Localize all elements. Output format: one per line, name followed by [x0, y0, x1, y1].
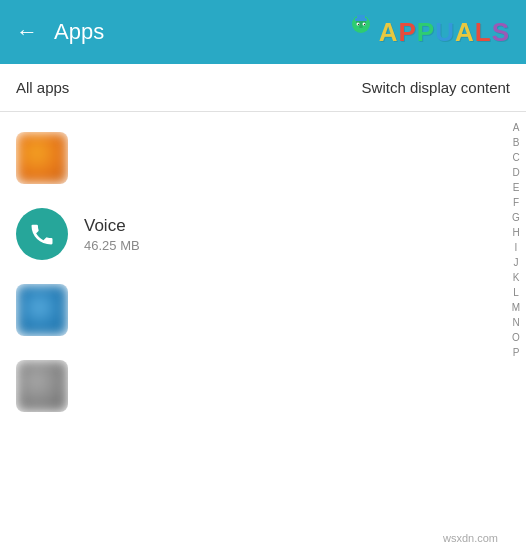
- list-item[interactable]: [0, 120, 506, 196]
- blurred-icon-gray: [16, 360, 68, 412]
- svg-point-6: [358, 24, 359, 25]
- alpha-letter-g[interactable]: G: [506, 210, 526, 225]
- alpha-letter-d[interactable]: D: [506, 165, 526, 180]
- alpha-letter-h[interactable]: H: [506, 225, 526, 240]
- voice-app-size: 46.25 MB: [84, 238, 490, 253]
- alpha-letter-e[interactable]: E: [506, 180, 526, 195]
- switch-display-button[interactable]: Switch display content: [362, 79, 510, 96]
- voice-app-name: Voice: [84, 216, 490, 236]
- blurred-icon-orange: [16, 132, 68, 184]
- alpha-letter-p[interactable]: P: [506, 345, 526, 360]
- alpha-letter-m[interactable]: M: [506, 300, 526, 315]
- blurred-icon-blue: [16, 284, 68, 336]
- app-header: ← Apps APPUALS: [0, 0, 526, 64]
- alpha-letter-o[interactable]: O: [506, 330, 526, 345]
- all-apps-label[interactable]: All apps: [16, 79, 362, 96]
- svg-point-7: [364, 24, 365, 25]
- voice-icon: [16, 208, 68, 260]
- alpha-letter-i[interactable]: I: [506, 240, 526, 255]
- watermark: wsxdn.com: [443, 532, 498, 544]
- app-list: Voice 46.25 MB: [0, 112, 506, 550]
- alpha-letter-f[interactable]: F: [506, 195, 526, 210]
- back-button[interactable]: ←: [16, 19, 38, 45]
- list-item[interactable]: [0, 348, 506, 424]
- app-icon-blurred-2: [16, 284, 68, 336]
- alpha-letter-l[interactable]: L: [506, 285, 526, 300]
- alpha-letter-a[interactable]: A: [506, 120, 526, 135]
- svg-point-4: [356, 23, 359, 26]
- alpha-letter-n[interactable]: N: [506, 315, 526, 330]
- app-icon-blurred-1: [16, 132, 68, 184]
- alpha-letter-k[interactable]: K: [506, 270, 526, 285]
- logo-text: APPUALS: [379, 17, 510, 48]
- logo-icon: [345, 14, 377, 46]
- alphabet-index: ABCDEFGHIJKLMNOP: [506, 112, 526, 550]
- voice-app-icon: [16, 208, 68, 260]
- main-content: Voice 46.25 MB ABCDEFGHIJKLMNOP wsxdn.co…: [0, 112, 526, 550]
- sub-header-bar: All apps Switch display content: [0, 64, 526, 112]
- site-logo: APPUALS: [345, 16, 510, 48]
- alpha-letter-j[interactable]: J: [506, 255, 526, 270]
- svg-rect-3: [357, 15, 365, 19]
- list-item[interactable]: [0, 272, 506, 348]
- svg-point-5: [362, 23, 365, 26]
- alpha-letter-b[interactable]: B: [506, 135, 526, 150]
- voice-app-info: Voice 46.25 MB: [84, 216, 490, 253]
- list-item[interactable]: Voice 46.25 MB: [0, 196, 506, 272]
- alpha-letter-c[interactable]: C: [506, 150, 526, 165]
- app-icon-blurred-3: [16, 360, 68, 412]
- svg-point-8: [359, 26, 363, 28]
